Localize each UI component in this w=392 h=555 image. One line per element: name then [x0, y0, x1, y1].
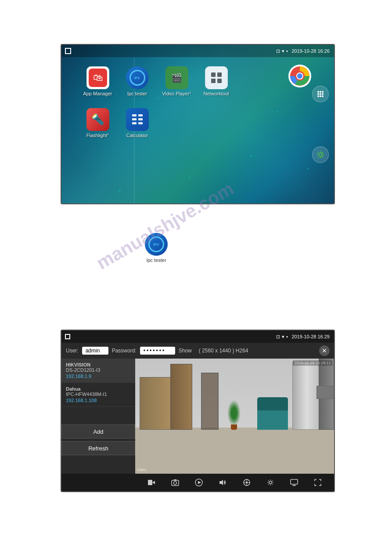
svg-rect-7	[138, 118, 143, 120]
svg-rect-2	[211, 79, 216, 83]
close-button[interactable]: ✕	[319, 345, 330, 356]
app-manager-icon: 🛍	[86, 66, 109, 89]
control-bar: User: Password: Show ( 2560 x 1440 ) H26…	[61, 343, 334, 359]
networktool-item[interactable]: Networktool	[198, 62, 235, 101]
settings-button[interactable]	[264, 476, 277, 489]
wifi-icon-2: ▾	[282, 334, 284, 340]
play-button[interactable]	[193, 476, 205, 489]
ptz-button[interactable]	[241, 476, 253, 489]
apps-drawer-button[interactable]	[312, 86, 329, 102]
show-label[interactable]: Show	[179, 348, 192, 354]
snapshot-button[interactable]	[169, 476, 181, 489]
status-bar: ⊡ ▾ ▪ 2019-10-28 16:26	[61, 45, 334, 57]
microwave	[316, 386, 334, 399]
record-button[interactable]	[145, 476, 158, 489]
ipc-circle: IPC	[129, 70, 145, 86]
monitor-button[interactable]	[288, 476, 300, 489]
network-grid-svg	[210, 72, 223, 84]
svg-marker-30	[198, 481, 201, 484]
play-icon	[195, 479, 203, 486]
status-time: 2019-10-28 16:26	[291, 48, 330, 54]
svg-point-27	[174, 482, 177, 485]
video-player-icon: 🎬	[165, 66, 188, 89]
svg-point-33	[245, 482, 248, 484]
svg-point-14	[317, 91, 319, 93]
flashlight-label: Flashlight°	[86, 133, 109, 138]
svg-point-22	[322, 95, 324, 97]
ipc-tester-item[interactable]: IPC Ipc tester	[119, 62, 156, 101]
status-time-2: 2019-10-28 16:29	[291, 334, 330, 339]
camera-icon	[171, 479, 179, 486]
video-icon-inner: 🎬	[165, 66, 188, 89]
svg-point-13	[297, 73, 302, 79]
user-input[interactable]	[82, 347, 108, 355]
ipc-standalone-circle: IPC	[148, 236, 164, 252]
calculator-icon	[126, 108, 149, 131]
video-player-item[interactable]: 🎬 Video Player°	[158, 62, 195, 101]
video-timestamp: 2019-10-28 16:29:11	[293, 360, 332, 366]
right-buttons-group	[312, 86, 329, 163]
svg-rect-24	[148, 480, 152, 485]
svg-rect-39	[291, 479, 298, 484]
resolution-label: ( 2560 x 1440 ) H264	[199, 348, 248, 354]
door-frame	[201, 373, 219, 430]
svg-point-18	[320, 93, 321, 95]
ipc-camera-screen: ⊡ ▾ ▪ 2019-10-28 16:29 User: Password: S…	[61, 330, 335, 492]
svg-rect-5	[138, 114, 143, 116]
cabinet-tall	[170, 364, 192, 430]
cam-model-2: IPC-HFW4438M-I1	[66, 392, 131, 397]
svg-rect-28	[174, 479, 176, 481]
svg-point-20	[317, 95, 319, 97]
svg-rect-6	[132, 118, 137, 120]
svg-rect-1	[217, 73, 222, 77]
flashlight-item[interactable]: 🔦 Flashlight°	[79, 103, 116, 143]
sofa-back	[257, 397, 288, 410]
password-input[interactable]	[140, 347, 175, 355]
app-manager-icon-inner: 🛍	[89, 69, 107, 87]
ipc-standalone-label: Ipc tester	[146, 258, 166, 263]
video-label: video	[137, 468, 147, 472]
android-homescreen: ⊡ ▾ ▪ 2019-10-28 16:26 🛍 App Manager IPC	[61, 44, 335, 204]
svg-rect-9	[138, 122, 143, 124]
camera-item-1[interactable]: HIKVISION DS-2CD1201-I3 192.168.1.9	[61, 359, 135, 383]
chrome-item[interactable]	[288, 65, 311, 89]
svg-rect-0	[211, 73, 216, 77]
apps-grid-icon	[316, 90, 324, 98]
ipc-standalone-text: IPC	[153, 243, 159, 247]
svg-marker-31	[219, 480, 223, 485]
app-manager-label: App Manager	[83, 91, 112, 96]
network-icon-inner	[205, 66, 227, 89]
volume-icon	[219, 479, 227, 486]
camera-sidebar: HIKVISION DS-2CD1201-I3 192.168.1.9 Dahu…	[61, 359, 135, 474]
cam-ip-1: 192.168.1.9	[66, 374, 131, 379]
ipc-tester-icon: IPC	[126, 66, 149, 89]
svg-point-19	[322, 93, 324, 95]
flashlight-icon: 🔦	[86, 108, 109, 131]
ipc-text: IPC	[134, 76, 140, 80]
video-area: 2019-10-28 16:29:11 video	[135, 359, 334, 474]
fullscreen-icon	[314, 479, 322, 486]
camera-item-2[interactable]: Dahua IPC-HFW4438M-I1 192.168.1.108	[61, 383, 135, 407]
cast-icon-2: ⊡	[276, 334, 280, 340]
monitor-icon	[290, 479, 298, 486]
add-button[interactable]: Add	[61, 424, 135, 439]
calculator-item[interactable]: Calculator	[119, 103, 156, 143]
calculator-label: Calculator	[126, 133, 148, 138]
cam-ip-2: 192.168.1.108	[66, 398, 131, 403]
networktool-icon	[205, 66, 228, 89]
refresh-button[interactable]: Refresh	[61, 441, 135, 455]
chrome-icon	[288, 65, 311, 87]
battery-icon: ▪	[286, 48, 288, 54]
record-icon	[147, 479, 155, 486]
password-label: Password:	[112, 348, 137, 354]
svg-point-15	[320, 91, 321, 93]
svg-rect-4	[132, 114, 137, 116]
fullscreen-button[interactable]	[312, 476, 324, 489]
cam-brand-1: HIKVISION	[66, 362, 131, 367]
status-icons-group: ⊡ ▾ ▪ 2019-10-28 16:26	[276, 48, 330, 54]
scene-floor	[135, 428, 334, 474]
volume-button[interactable]	[216, 476, 229, 489]
app-manager-item[interactable]: 🛍 App Manager	[79, 62, 116, 101]
ipc-tester-standalone[interactable]: IPC Ipc tester	[145, 233, 168, 263]
settings-gear-button[interactable]	[312, 146, 329, 163]
